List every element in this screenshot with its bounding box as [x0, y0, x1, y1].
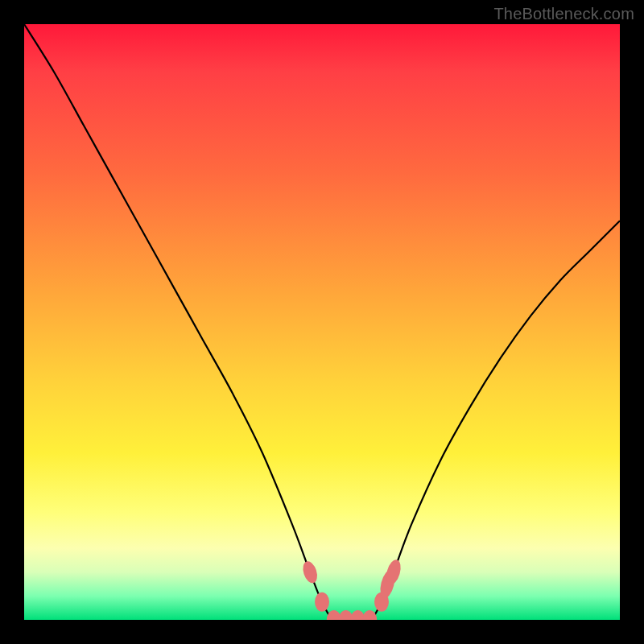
chart-frame: TheBottleneck.com — [0, 0, 644, 644]
valley-marker — [362, 610, 377, 620]
watermark-text: TheBottleneck.com — [493, 5, 634, 23]
bottleneck-curve — [24, 24, 620, 620]
plot-area — [24, 24, 620, 620]
valley-marker — [300, 559, 320, 585]
valley-marker — [315, 592, 329, 612]
curve-path — [24, 24, 620, 620]
